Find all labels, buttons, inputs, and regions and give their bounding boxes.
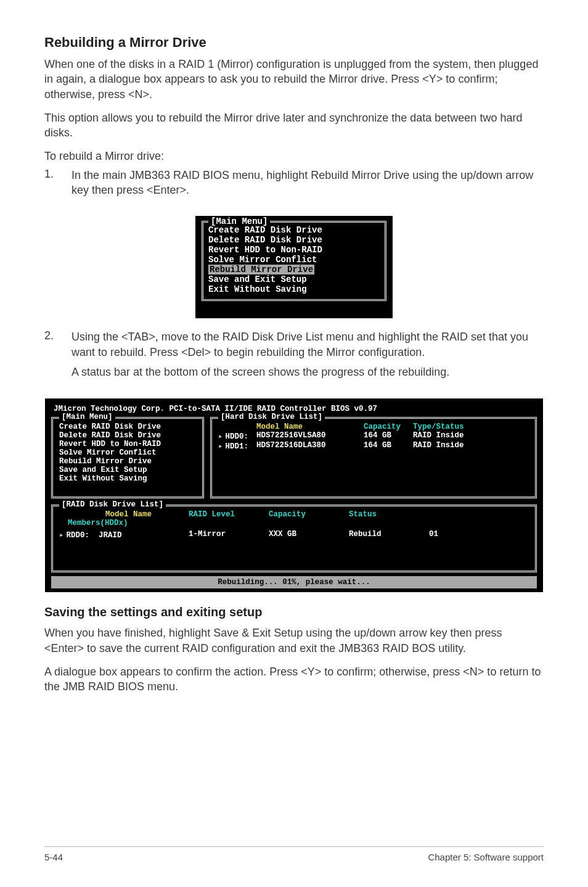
hd-row1-c4: RAID Inside	[413, 441, 481, 451]
para-rebuild-2: This option allows you to rebuild the Mi…	[44, 110, 544, 141]
para-rebuild-1: When one of the disks in a RAID 1 (Mirro…	[44, 57, 544, 102]
hd-head-c4: Type/Status	[413, 423, 481, 431]
rd-row-c1: RDD0: JRAID	[59, 530, 189, 540]
bios-main-menu-small: [Main Menu] Create RAID Disk Drive Delet…	[195, 216, 393, 318]
rd-head-c4: Status	[349, 510, 429, 519]
para-save-2: A dialogue box appears to confirm the ac…	[44, 664, 544, 695]
para-rebuild-3: To rebuild a Mirror drive:	[44, 149, 544, 163]
bios-main-menu-panel: [Main Menu] Create RAID Disk Drive Delet…	[51, 417, 204, 498]
bios-main-item-2: Revert HDD to Non-RAID	[59, 440, 196, 448]
rd-row-c2: 1-Mirror	[189, 530, 269, 540]
page-footer: 5-44 Chapter 5: Software support	[44, 846, 544, 862]
hd-row0-c3: 164 GB	[364, 431, 409, 441]
bios-raid-legend: [RAID Disk Drive List]	[59, 500, 166, 509]
section-heading-rebuild: Rebuilding a Mirror Drive	[44, 35, 544, 51]
step-number-1: 1.	[44, 168, 71, 198]
bios-main-item-0: Create RAID Disk Drive	[59, 423, 196, 431]
step-text-2: Using the <TAB>, move to the RAID Disk D…	[71, 329, 544, 379]
bios-hdd-legend: [Hard Disk Drive List]	[218, 413, 325, 421]
bios-status-bar: Rebuilding... 01%, please wait...	[51, 576, 537, 588]
section-heading-save-exit: Saving the settings and exiting setup	[44, 605, 544, 619]
bios-small-item-3: Solve Mirror Conflict	[208, 255, 380, 265]
rd-members-label: Members(HDDx)	[59, 519, 529, 527]
step-2-sub: A status bar at the bottom of the screen…	[71, 365, 544, 379]
rd-head-c5	[429, 510, 529, 519]
footer-page-number: 5-44	[44, 852, 63, 862]
para-save-1: When you have finished, highlight Save &…	[44, 625, 544, 656]
hd-row1-c2: HDS722516DLA380	[256, 441, 360, 451]
rd-head-c3: Capacity	[269, 510, 349, 519]
hd-row1-c1: HDD1:	[218, 441, 253, 451]
step-2-main: Using the <TAB>, move to the RAID Disk D…	[71, 331, 528, 358]
hd-head-c2: Model Name	[256, 423, 360, 431]
bios-main-item-5: Save and Exit Setup	[59, 466, 196, 474]
bios-small-item-2: Revert HDD to Non-RAID	[208, 245, 380, 255]
bios-small-item-6: Exit Without Saving	[208, 284, 380, 294]
rd-row-c3: XXX GB	[269, 530, 349, 540]
rd-head-c1: Model Name	[59, 510, 189, 519]
hd-head-c1	[218, 423, 253, 431]
hd-row1-c3: 164 GB	[364, 441, 409, 451]
bios-small-legend: [Main Menu]	[208, 217, 270, 226]
hd-row0-c2: HDS722516VLSA80	[256, 431, 360, 441]
step-text-1: In the main JMB363 RAID BIOS menu, highl…	[71, 168, 544, 198]
bios-main-item-6: Exit Without Saving	[59, 474, 196, 483]
bios-main-item-1: Delete RAID Disk Drive	[59, 431, 196, 440]
hd-head-c3: Capacity	[364, 423, 409, 431]
bios-hdd-list-panel: [Hard Disk Drive List] Model Name Capaci…	[210, 417, 537, 498]
bios-small-item-0: Create RAID Disk Drive	[208, 225, 380, 235]
footer-chapter-label: Chapter 5: Software support	[428, 852, 544, 862]
bios-main-item-3: Solve Mirror Conflict	[59, 448, 196, 457]
hd-row0-c4: RAID Inside	[413, 431, 481, 441]
bios-full-screen: JMicron Technology Corp. PCI-to-SATA II/…	[44, 398, 544, 593]
rd-row-c4: Rebuild	[349, 530, 429, 540]
bios-small-item-4: Rebuild Mirror Drive	[208, 265, 380, 274]
bios-main-legend: [Main Menu]	[59, 413, 115, 421]
hd-row0-c1: HDD0:	[218, 431, 253, 441]
rd-row-c5: 01	[429, 530, 529, 540]
bios-raid-list-panel: [RAID Disk Drive List] Model Name RAID L…	[51, 505, 537, 572]
rd-head-c2: RAID Level	[189, 510, 269, 519]
bios-main-item-4: Rebuild Mirror Drive	[59, 457, 196, 466]
step-number-2: 2.	[44, 329, 71, 379]
bios-small-item-5: Save and Exit Setup	[208, 274, 380, 284]
bios-small-item-1: Delete RAID Disk Drive	[208, 235, 380, 245]
